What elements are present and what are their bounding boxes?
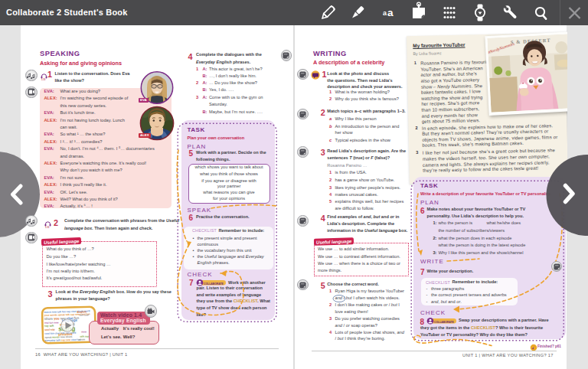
svg-text:a: a <box>387 7 394 18</box>
